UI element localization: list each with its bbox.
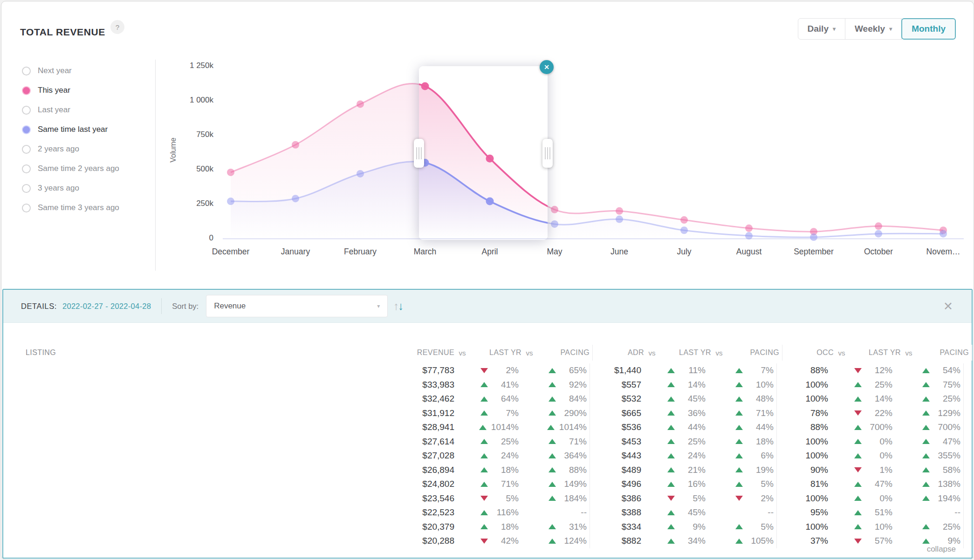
- details-date-range: 2022-02-27 - 2022-04-28: [62, 302, 151, 311]
- granularity-monthly-button[interactable]: Monthly: [901, 18, 956, 40]
- data-point: [551, 220, 558, 228]
- metric-group: $88234%105%: [590, 534, 777, 548]
- up-triangle-icon: [735, 382, 743, 387]
- table-row[interactable]: $26,89418%88%$48921%19%90%1%58%: [21, 463, 967, 478]
- data-point: [680, 216, 688, 224]
- series-option[interactable]: Same time 3 years ago: [22, 198, 119, 218]
- percent-value: 129%: [934, 408, 960, 418]
- sort-select-value: Revenue: [214, 301, 246, 311]
- table-row[interactable]: $33,98341%92%$55714%10%100%25%75%: [21, 378, 967, 392]
- selection-right-handle[interactable]: [542, 139, 553, 168]
- vs-last-yr-cell: 5%: [454, 493, 521, 504]
- metric-value: $26,894: [403, 465, 454, 475]
- collapse-link[interactable]: collapse: [927, 545, 956, 554]
- metric-value: 88%: [777, 422, 828, 432]
- percent-value: 25%: [493, 437, 519, 447]
- metric-value: $33,983: [403, 380, 454, 390]
- header-divider: [161, 298, 162, 314]
- pacing-cell: 355%: [895, 451, 963, 461]
- percent-value: 47%: [866, 479, 892, 489]
- vs-last-yr-cell: 18%: [454, 522, 521, 532]
- revenue-chart[interactable]: Volume 1 250k1 000k750k500k250k0 Decembe…: [165, 46, 966, 265]
- selection-close-button[interactable]: ✕: [540, 60, 554, 74]
- metric-value: $23,546: [403, 493, 454, 504]
- series-option[interactable]: 3 years ago: [22, 178, 119, 198]
- data-point: [486, 155, 494, 163]
- up-triangle-icon: [922, 482, 930, 487]
- sort-select[interactable]: Revenue ▾: [206, 295, 388, 317]
- table-row[interactable]: $31,9127%290%$66536%71%78%22%129%: [21, 406, 967, 421]
- vs-last-yr-cell: 25%: [641, 437, 708, 447]
- listings-table: LISTINGREVENUEvsLAST YRvsPACINGADRvsLAST…: [21, 345, 967, 548]
- vs-last-yr-cell: 11%: [641, 365, 708, 376]
- metric-value: $20,288: [403, 536, 454, 546]
- series-option[interactable]: This year: [22, 81, 119, 100]
- y-tick: 1 000k: [171, 96, 213, 105]
- percent-value: 58%: [934, 465, 960, 475]
- up-triangle-icon: [922, 368, 930, 373]
- metric-value: $665: [590, 408, 641, 418]
- vs-last-yr-cell: 24%: [454, 451, 521, 461]
- table-row[interactable]: $27,61425%71%$45325%18%100%0%47%: [21, 435, 967, 449]
- granularity-daily-button[interactable]: Daily▾: [798, 18, 845, 40]
- table-row[interactable]: $32,46264%84%$53245%48%100%14%25%: [21, 392, 967, 406]
- pacing-cell: 5%: [708, 479, 776, 489]
- help-icon[interactable]: ?: [110, 20, 124, 34]
- data-point: [292, 141, 299, 149]
- series-option[interactable]: Last year: [22, 100, 119, 120]
- metric-group-header: ADRvsLAST YRvsPACING: [593, 345, 782, 361]
- vs-last-yr-cell: 12%: [828, 365, 895, 376]
- percent-value: 44%: [748, 422, 774, 432]
- pacing-cell: 92%: [521, 380, 590, 390]
- percent-value: 5%: [679, 493, 706, 504]
- y-tick: 0: [171, 233, 213, 243]
- metric-value: $496: [590, 479, 641, 489]
- series-option[interactable]: Same time 2 years ago: [22, 159, 119, 178]
- percent-value: 5%: [493, 493, 519, 504]
- selection-left-handle[interactable]: [414, 139, 424, 168]
- metric-group: 100%25%75%: [777, 378, 964, 392]
- up-triangle-icon: [922, 467, 930, 472]
- series-option[interactable]: Next year: [22, 61, 119, 81]
- data-point: [810, 233, 817, 241]
- up-triangle-icon: [549, 439, 556, 444]
- up-triangle-icon: [922, 396, 930, 402]
- vs-last-yr-cell: 45%: [641, 507, 708, 518]
- metric-group: $33,98341%92%: [403, 378, 590, 392]
- percent-value: 31%: [561, 522, 587, 532]
- table-row[interactable]: $22,523116%--$38845%--95%51%--: [21, 505, 967, 520]
- table-row[interactable]: $77,7832%65%$1,44011%7%88%12%54%: [21, 363, 967, 378]
- series-option[interactable]: Same time last year: [22, 120, 119, 139]
- table-row[interactable]: $27,02824%364%$44324%6%100%0%355%: [21, 449, 967, 463]
- details-close-icon[interactable]: ✕: [940, 300, 956, 313]
- radio-icon: [22, 145, 31, 154]
- series-option[interactable]: 2 years ago: [22, 139, 119, 159]
- table-row[interactable]: $28,9411014%1014%$53644%44%88%700%700%: [21, 420, 967, 435]
- percent-value: 48%: [748, 394, 774, 404]
- percent-value: 18%: [493, 522, 519, 532]
- metric-value: $27,614: [403, 437, 454, 447]
- percent-value: 364%: [561, 451, 587, 461]
- series-option-label: Same time last year: [38, 125, 108, 134]
- metric-group: $32,46264%84%: [403, 392, 590, 406]
- vs-label: vs: [711, 349, 727, 357]
- table-row[interactable]: $20,37918%31%$3349%5%100%10%25%: [21, 520, 967, 534]
- chart-selection-brush[interactable]: ✕: [419, 66, 548, 240]
- revenue-chart-svg: [165, 46, 966, 265]
- up-triangle-icon: [735, 396, 743, 402]
- radio-icon: [22, 164, 31, 173]
- table-row[interactable]: $23,5465%184%$3865%2%100%0%194%: [21, 492, 967, 506]
- metric-value: $22,523: [403, 507, 454, 518]
- percent-value: 24%: [679, 451, 706, 461]
- percent-value: 2%: [748, 493, 774, 504]
- metric-group: $20,37918%31%: [403, 520, 590, 534]
- table-row[interactable]: $20,28842%124%$88234%105%37%57%9%: [21, 534, 967, 548]
- metric-value: $453: [590, 437, 641, 447]
- up-triangle-icon: [549, 453, 556, 458]
- metric-value: $77,783: [403, 365, 454, 376]
- sort-by-label: Sort by:: [172, 302, 199, 311]
- table-row[interactable]: $24,80271%149%$49616%5%81%47%138%: [21, 477, 967, 492]
- percent-value: 34%: [679, 536, 706, 546]
- sort-desc-icon[interactable]: ↓: [398, 300, 404, 313]
- granularity-weekly-button[interactable]: Weekly▾: [845, 18, 902, 40]
